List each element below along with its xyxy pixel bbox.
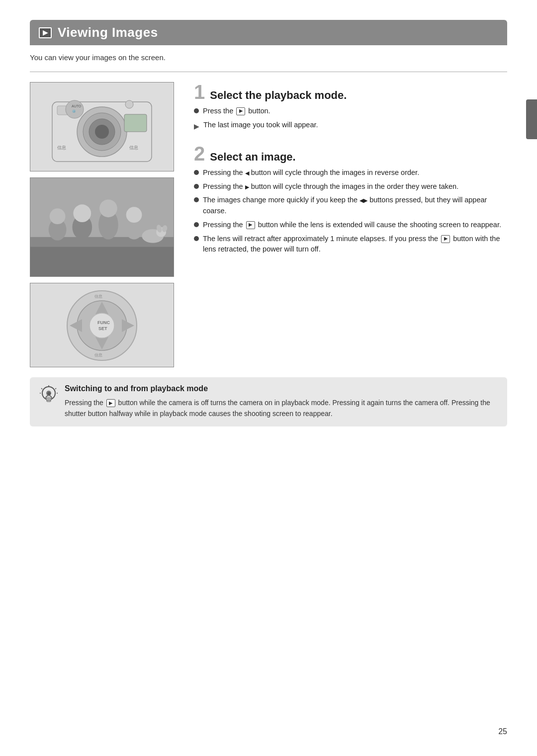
- play-btn-icon3: ▶: [441, 235, 450, 243]
- dpad-illustration: FUNC SET 信息 信息: [52, 288, 152, 362]
- bullet-icon: [194, 236, 199, 241]
- svg-line-41: [41, 388, 42, 389]
- step1-bullet1-text: Press the ▶ button.: [203, 106, 270, 117]
- tip-title: Switching to and from playback mode: [65, 384, 497, 393]
- svg-rect-46: [47, 400, 51, 402]
- tip-text: Pressing the ▶ button while the camera i…: [65, 397, 497, 420]
- camera-illustration: AUTO ⚙️ 信息 信息: [47, 87, 157, 167]
- intro-text: You can view your images on the screen.: [30, 53, 507, 62]
- section-tab: [526, 99, 537, 139]
- dpad-photo-frame: FUNC SET 信息 信息: [30, 283, 174, 367]
- svg-point-6: [66, 100, 84, 118]
- tip-content: Switching to and from playback mode Pres…: [65, 384, 497, 420]
- step1-bullet2: ▶ The last image you took will appear.: [194, 120, 507, 132]
- camera-photo-frame: AUTO ⚙️ 信息 信息: [30, 82, 174, 171]
- main-content: AUTO ⚙️ 信息 信息: [30, 82, 507, 367]
- step2-bullet3: The images change more quickly if you ke…: [194, 195, 507, 217]
- step1-bullets: Press the ▶ button. ▶ The last image you…: [194, 106, 507, 132]
- step1-container: 1 Select the playback mode. Press the ▶ …: [194, 82, 507, 132]
- svg-text:AUTO: AUTO: [72, 104, 82, 108]
- tip-lightbulb-icon: ⚙: [40, 385, 58, 409]
- step2-container: 2 Select an image. Pressing the ◀ button…: [194, 144, 507, 255]
- svg-point-4: [95, 125, 109, 139]
- step2-title: Select an image.: [210, 151, 295, 164]
- step1-number: 1: [194, 82, 205, 102]
- left-right-arrows-icon: ◀▶: [359, 197, 367, 203]
- step2-bullet2-text: Pressing the ▶ button will cycle through…: [203, 181, 458, 192]
- play-btn-icon: ▶: [236, 107, 245, 115]
- svg-point-17: [50, 208, 66, 224]
- family-photo: [30, 177, 174, 277]
- svg-line-42: [55, 388, 56, 389]
- svg-point-23: [126, 207, 142, 223]
- svg-text:信息: 信息: [94, 294, 102, 299]
- lightbulb-svg: ⚙: [40, 385, 58, 405]
- bullet-icon: [194, 184, 199, 189]
- svg-rect-45: [46, 398, 51, 400]
- bullet-icon: [194, 197, 199, 202]
- step2-bullet1: Pressing the ◀ button will cycle through…: [194, 168, 507, 178]
- left-column: AUTO ⚙️ 信息 信息: [30, 82, 179, 367]
- page: ▶ Viewing Images You can view your image…: [0, 0, 537, 756]
- step2-bullet5: The lens will retract after approximatel…: [194, 234, 507, 255]
- step2-bullet5-text: The lens will retract after approximatel…: [203, 234, 507, 255]
- svg-rect-9: [124, 114, 147, 132]
- step2-number: 2: [194, 144, 205, 164]
- page-title: Viewing Images: [58, 25, 158, 40]
- divider: [30, 72, 507, 72]
- step1-title: Select the playback mode.: [210, 89, 347, 102]
- step2-bullet3-text: The images change more quickly if you ke…: [203, 195, 507, 217]
- bullet-icon: [194, 170, 199, 175]
- arrow-icon: ▶: [194, 121, 199, 132]
- step2-bullets: Pressing the ◀ button will cycle through…: [194, 168, 507, 255]
- play-icon: ▶: [39, 27, 52, 38]
- svg-point-21: [99, 199, 117, 217]
- tip-box: ⚙ Switching to and from playback mode Pr…: [30, 377, 507, 426]
- svg-point-19: [73, 204, 91, 222]
- step2-bullet2: Pressing the ▶ button will cycle through…: [194, 181, 507, 192]
- left-arrow-icon: ◀: [245, 170, 249, 176]
- page-number: 25: [498, 727, 507, 736]
- step1-bullet2-text: The last image you took will appear.: [203, 120, 318, 131]
- step2-bullet4: Pressing the ▶ button while the lens is …: [194, 220, 507, 231]
- svg-text:SET: SET: [98, 326, 107, 331]
- step2-bullet1-text: Pressing the ◀ button will cycle through…: [203, 168, 419, 178]
- step2-bullet4-text: Pressing the ▶ button while the lens is …: [203, 220, 501, 231]
- right-column: 1 Select the playback mode. Press the ▶ …: [194, 82, 507, 267]
- bullet-icon: [194, 108, 199, 113]
- svg-text:信息: 信息: [57, 145, 66, 150]
- bullet-icon: [194, 222, 199, 227]
- dpad-svg: FUNC SET 信息 信息: [55, 287, 149, 364]
- step1-bullet1: Press the ▶ button.: [194, 106, 507, 117]
- step1-header: 1 Select the playback mode.: [194, 82, 507, 102]
- play-btn-tip-icon: ▶: [106, 399, 115, 407]
- svg-text:⚙: ⚙: [47, 392, 51, 396]
- svg-text:信息: 信息: [129, 145, 138, 150]
- play-btn-icon2: ▶: [246, 221, 255, 229]
- svg-text:信息: 信息: [94, 353, 102, 357]
- svg-text:⚙️: ⚙️: [72, 109, 76, 113]
- svg-rect-15: [30, 247, 174, 277]
- svg-point-34: [90, 313, 114, 338]
- svg-text:FUNC: FUNC: [97, 320, 110, 325]
- step2-header: 2 Select an image.: [194, 144, 507, 164]
- family-photo-frame: [30, 177, 174, 277]
- section-header: ▶ Viewing Images: [30, 20, 507, 45]
- svg-point-12: [125, 100, 133, 108]
- right-arrow-icon: ▶: [245, 183, 249, 189]
